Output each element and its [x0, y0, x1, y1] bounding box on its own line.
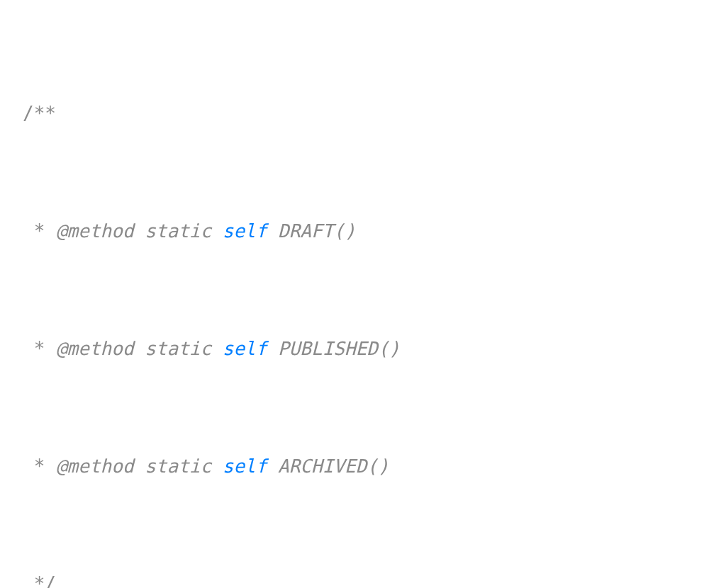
docblock-static: static [134, 457, 223, 475]
docblock-close: */ [23, 575, 56, 588]
docblock-self: self [223, 339, 267, 358]
docblock-static: static [134, 222, 223, 240]
docblock-tag: @method [56, 222, 134, 240]
code-editor[interactable]: /** * @method static self DRAFT() * @met… [0, 0, 709, 588]
docblock-method: PUBLISHED() [278, 339, 400, 358]
docblock-method: DRAFT() [278, 222, 356, 240]
docblock-star: * [23, 457, 56, 475]
docblock-method: ARCHIVED() [278, 457, 389, 475]
docblock-method [267, 222, 278, 240]
docblock-tag: @method [56, 457, 134, 475]
docblock-star: * [23, 222, 56, 240]
code-line[interactable]: /** [0, 91, 709, 135]
docblock-method [267, 339, 278, 358]
code-line[interactable]: * @method static self ARCHIVED() [0, 444, 709, 488]
docblock-static: static [134, 339, 223, 358]
docblock-self: self [223, 222, 267, 240]
code-line[interactable]: * @method static self DRAFT() [0, 209, 709, 253]
docblock-star: * [23, 339, 56, 358]
docblock-tag: @method [56, 339, 134, 358]
code-line[interactable]: */ [0, 562, 709, 588]
docblock-method [267, 457, 278, 475]
code-line[interactable]: * @method static self PUBLISHED() [0, 327, 709, 371]
docblock-open: /** [23, 104, 56, 123]
docblock-self: self [223, 457, 267, 475]
